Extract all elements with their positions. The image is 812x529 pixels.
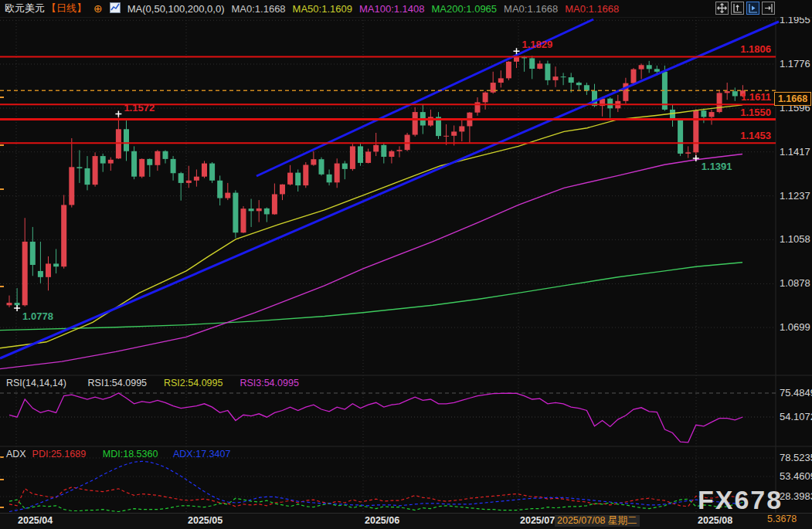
chart-type-icon[interactable] xyxy=(110,2,121,15)
top-bar: 欧元美元【日线】⊕MA(0,50,100,200,0,0)MA0:1.1668M… xyxy=(0,0,812,17)
date-axis-bar xyxy=(0,513,812,529)
ma0-value[interactable]: MA0:1.1668 xyxy=(231,3,285,15)
watermark-logo: FX678 xyxy=(698,485,783,515)
axis-scale-button[interactable] xyxy=(731,2,744,15)
ma0-value-3[interactable]: MA0:1.1668 xyxy=(565,3,619,15)
timeframe-label[interactable]: 【日线】 xyxy=(46,2,87,15)
ma100-value[interactable]: MA100:1.1408 xyxy=(359,3,425,15)
chart-toolbar xyxy=(715,2,775,15)
ma200-value[interactable]: MA200:1.0965 xyxy=(432,3,498,15)
current-price-box: 1.1668 xyxy=(774,92,811,106)
add-indicator-button[interactable]: ⊕ xyxy=(93,2,103,15)
ma50-value[interactable]: MA50:1.1609 xyxy=(293,3,352,15)
ma0-value-2[interactable]: MA0:1.1668 xyxy=(504,3,558,15)
autoscroll-button[interactable] xyxy=(746,2,759,15)
chart-canvas[interactable] xyxy=(0,0,812,529)
ma-formula-label: MA(0,50,100,200,0,0) xyxy=(127,3,225,15)
symbol-name: 欧元美元 xyxy=(5,2,45,15)
indicator-legend: 欧元美元【日线】⊕MA(0,50,100,200,0,0)MA0:1.1668M… xyxy=(0,2,619,15)
jump-to-latest-button[interactable] xyxy=(762,2,775,15)
pan-button[interactable] xyxy=(715,2,729,15)
